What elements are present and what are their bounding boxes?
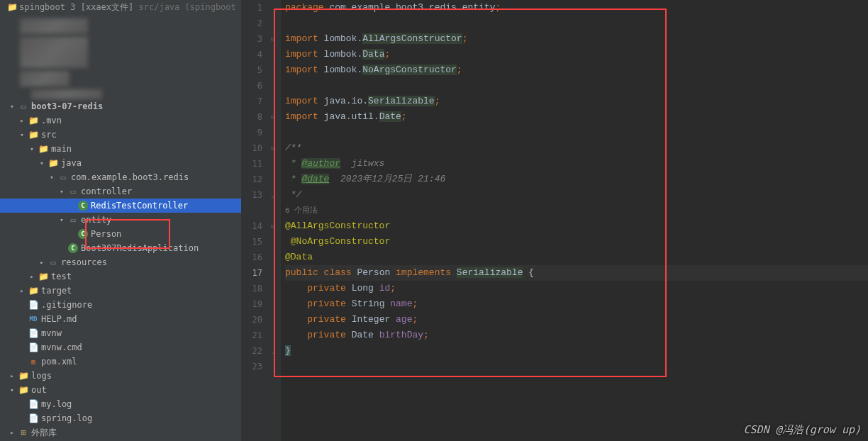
tree-item-src[interactable]: ▾📁src [0, 128, 241, 142]
code-line: * @date 2023年12月25日 21:46 [285, 172, 868, 187]
code-line: private Long id; [285, 281, 868, 296]
tree-item-target[interactable]: ▸📁target [0, 284, 241, 298]
tree-item[interactable]: 📄mvnw.cmd [0, 340, 241, 355]
code-line: private Integer age; [285, 312, 868, 328]
tree-item[interactable]: ▾▭controller [0, 184, 241, 199]
code-line: import lombok.NoArgsConstructor; [285, 62, 868, 78]
code-line: /** [285, 140, 868, 156]
tree-item[interactable]: ▸📁logs [0, 369, 241, 383]
usage-hint[interactable]: 6 个用法 [285, 203, 868, 218]
tree-item[interactable]: 📄mvnw [0, 326, 241, 340]
tree-item[interactable]: ▾📁java [0, 156, 241, 170]
code-body[interactable]: package com.example.boot3.redis.entity; … [281, 0, 868, 441]
code-line: */ [285, 187, 868, 203]
fold-column[interactable]: ⊟ ⊟ ⊟ ⌞ ⊟ ⌞ [269, 0, 281, 441]
tree-item[interactable]: 📄spring.log [0, 411, 241, 425]
tree-item-app[interactable]: CBoot307RedisApplication [0, 241, 241, 255]
watermark: CSDN @冯浩(grow up) [744, 423, 861, 437]
tree-item-pom[interactable]: mpom.xml [0, 355, 241, 369]
tree-item-module[interactable]: ▾▭boot3-07-redis [0, 99, 241, 113]
code-line: private String name; [285, 296, 868, 312]
code-editor[interactable]: 1234567891011121314151617181920212223 ⊟ … [241, 0, 868, 441]
code-line: import lombok.AllArgsConstructor; [285, 31, 868, 47]
tree-item[interactable]: ▸▭resources [0, 255, 241, 269]
tree-item[interactable]: ▾📁main [0, 142, 241, 156]
tree-breadcrumb: 📁 spingboot 3 [xxaex文件] src/java (spingb… [0, 0, 241, 14]
code-line: package com.example.boot3.redis.entity; [285, 0, 868, 16]
code-line: @NoArgsConstructor [285, 234, 868, 250]
code-line: private Date birthDay; [285, 328, 868, 343]
line-gutter: 1234567891011121314151617181920212223 [241, 0, 269, 441]
project-tree[interactable]: 📁 spingboot 3 [xxaex文件] src/java (spingb… [0, 0, 241, 441]
code-line: import java.io.Serializable; [285, 94, 868, 109]
tree-item-out[interactable]: ▾📁out [0, 383, 241, 397]
tree-item-package[interactable]: ▾▭com.example.boot3.redis [0, 170, 241, 184]
code-line: @AllArgsConstructor [285, 218, 868, 234]
tree-item[interactable]: 📄my.log [0, 397, 241, 411]
tree-item[interactable]: ▸📁test [0, 269, 241, 284]
tree-item[interactable]: ▸📁.mvn [0, 113, 241, 128]
code-line: * @author jitwxs [285, 156, 868, 172]
tree-item-selected[interactable]: CRedisTestController [0, 199, 241, 213]
tree-item[interactable]: MDHELP.md [0, 312, 241, 326]
code-line-current: public class Person implements Serializa… [285, 265, 868, 281]
tree-item-person[interactable]: CPerson [0, 227, 241, 241]
code-line: @Data [285, 250, 868, 265]
tree-item[interactable]: 📄.gitignore [0, 298, 241, 312]
code-line: import java.util.Date; [285, 109, 868, 125]
code-line: import lombok.Data; [285, 47, 868, 62]
code-line: } [285, 343, 868, 359]
tree-item-extlib[interactable]: ▸⊞外部库 [0, 425, 241, 440]
tree-item-entity[interactable]: ▾▭entity [0, 213, 241, 227]
